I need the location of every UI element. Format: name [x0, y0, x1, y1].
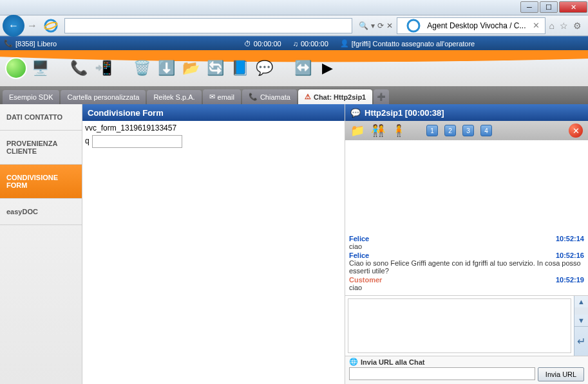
- redial-icon[interactable]: 📲: [91, 57, 115, 80]
- download-icon[interactable]: ⬇️: [155, 57, 178, 80]
- globe-icon: 🌐: [349, 358, 358, 366]
- sidetab-dati-contatto[interactable]: DATI CONTATTO: [0, 104, 82, 131]
- msg-time: 10:52:14: [556, 235, 584, 242]
- form-panel-header: Condivisione Form: [82, 104, 345, 121]
- quick-2-button[interactable]: 2: [444, 125, 456, 136]
- music-icon: ♫: [293, 40, 298, 48]
- trash-icon[interactable]: 🗑️: [130, 57, 153, 80]
- svg-point-2: [408, 20, 419, 32]
- chat-message: Felice10:52:16Ciao io sono Felice Griffi…: [349, 251, 584, 275]
- tab-esempio-sdk[interactable]: Esempio SDK: [3, 90, 59, 104]
- gear-icon[interactable]: ⚙: [573, 21, 582, 31]
- chat-input[interactable]: [348, 298, 571, 353]
- window-minimize-button[interactable]: ─: [520, 1, 538, 13]
- folder-icon[interactable]: 📁: [350, 123, 365, 138]
- sidetab-condivisione-form[interactable]: CONDIVISIONE FORM: [0, 165, 82, 199]
- window-maximize-button[interactable]: ☐: [540, 1, 558, 13]
- quick-4-button[interactable]: 4: [480, 125, 492, 136]
- content-tabs: Esempio SDK Cartella personalizzata Reit…: [0, 86, 588, 104]
- home-icon[interactable]: ⌂: [549, 21, 555, 31]
- tab-close-icon[interactable]: ✕: [533, 21, 540, 30]
- chat-message: Customer10:52:19ciao: [349, 276, 584, 291]
- tab-cartella[interactable]: Cartella personalizzata: [61, 90, 146, 104]
- window-close-button[interactable]: ✕: [559, 1, 587, 13]
- quick-1-button[interactable]: 1: [426, 125, 438, 136]
- sidetab-easydoc[interactable]: easyDOC: [0, 199, 82, 225]
- refresh-icon[interactable]: ⟳: [377, 21, 384, 30]
- stop-icon[interactable]: ✕: [386, 21, 393, 30]
- msg-time: 10:52:19: [556, 276, 584, 284]
- tab-chat[interactable]: ⚠Chat: Http2sip1: [298, 89, 372, 104]
- send-url-button[interactable]: Invia URL: [538, 367, 584, 381]
- address-bar[interactable]: [64, 18, 352, 33]
- cobrowse-icon[interactable]: 🧑‍🤝‍🧑: [371, 123, 385, 138]
- tab-add-button[interactable]: ➕: [374, 89, 389, 104]
- window-titlebar: ─ ☐ ✕: [0, 0, 588, 15]
- field-label: q: [85, 136, 90, 145]
- tab-chiamata[interactable]: 📞Chiamata: [242, 89, 297, 104]
- chat-composer: ▲ ▼ ↵: [345, 295, 588, 356]
- tab-email[interactable]: ✉email: [203, 89, 241, 104]
- tab-title: Agent Desktop Vivocha / C...: [427, 21, 526, 30]
- transfer-icon[interactable]: ↔️: [291, 57, 314, 80]
- user-icon: 👤: [340, 39, 349, 48]
- form-name: vvc_form_1319619133457: [85, 123, 342, 133]
- browser-nav: ← → 🔍▾ ⟳ ✕ Agent Desktop Vivocha / C... …: [0, 15, 588, 36]
- search-icon[interactable]: 🔍: [359, 21, 368, 30]
- composer-scrollbar[interactable]: ▲ ▼ ↵: [574, 296, 588, 356]
- agent-icon[interactable]: 🧍: [392, 123, 406, 138]
- tab-favicon: [406, 19, 421, 33]
- chat-toolbar: 📁 🧑‍🤝‍🧑 🧍 1 2 3 4 ✕: [345, 121, 588, 140]
- search-controls: 🔍▾ ⟳ ✕: [355, 21, 397, 30]
- main-toolbar: 🖥️ 📞 📲 🗑️ ⬇️ 📂 🔄 📘 💬 ↔️ ▶: [0, 50, 588, 86]
- forward-button[interactable]: →: [24, 18, 40, 33]
- send-icon[interactable]: ↵: [574, 326, 588, 356]
- close-chat-button[interactable]: ✕: [569, 123, 583, 138]
- phone-icon: 📞: [4, 39, 13, 48]
- msg-sender: Customer: [349, 276, 382, 284]
- chat-panel-header: 💬 Http2sip1 [00:00:38]: [345, 104, 588, 121]
- quick-3-button[interactable]: 3: [462, 125, 474, 136]
- ie-logo-icon: [44, 19, 58, 33]
- msg-text: ciao: [349, 284, 584, 291]
- form-field-input[interactable]: [92, 135, 182, 148]
- chat-icon: 💬: [350, 108, 361, 118]
- main-content: DATI CONTATTO PROVENIENZA CLIENTE CONDIV…: [0, 104, 588, 384]
- msg-text: ciao: [349, 242, 584, 250]
- browser-tab[interactable]: Agent Desktop Vivocha / C... ✕: [397, 17, 545, 34]
- agent-status: 📞 [8358] Libero: [4, 39, 57, 48]
- status-message: 👤 [fgriffi] Contatto assegnato all'opera…: [340, 39, 475, 48]
- back-button[interactable]: ←: [3, 15, 24, 37]
- call-icon: 📞: [249, 93, 258, 101]
- msg-time: 10:52:16: [556, 251, 584, 259]
- sidetab-provenienza[interactable]: PROVENIENZA CLIENTE: [0, 131, 82, 165]
- chat-log: Felice10:52:14ciaoFelice10:52:16Ciao io …: [345, 140, 588, 295]
- book-icon[interactable]: 📘: [228, 57, 251, 80]
- favorites-icon[interactable]: ☆: [560, 21, 568, 31]
- scroll-down-icon[interactable]: ▼: [574, 315, 588, 326]
- scroll-up-icon[interactable]: ▲: [574, 296, 588, 307]
- url-input[interactable]: [349, 367, 535, 380]
- folders-icon[interactable]: 📂: [179, 57, 202, 80]
- timer-1: ⏱ 00:00:00: [244, 40, 281, 48]
- refresh-icon[interactable]: 🔄: [204, 57, 227, 80]
- status-indicator-icon[interactable]: [5, 57, 27, 79]
- chat-panel: 💬 Http2sip1 [00:00:38] 📁 🧑‍🤝‍🧑 🧍 1 2 3 4…: [345, 104, 588, 384]
- warning-icon: ⚠: [305, 93, 311, 101]
- browser-tools: ⌂ ☆ ⚙: [545, 21, 585, 31]
- msg-sender: Felice: [349, 251, 369, 259]
- msg-sender: Felice: [349, 235, 369, 242]
- play-icon[interactable]: ▶: [316, 57, 339, 80]
- svg-point-0: [45, 20, 57, 32]
- tab-reitek[interactable]: Reitek S.p.A.: [147, 90, 201, 104]
- quote-icon[interactable]: 💬: [252, 57, 276, 80]
- stopwatch-icon: ⏱: [244, 40, 251, 48]
- chat-message: Felice10:52:14ciao: [349, 235, 584, 250]
- email-icon: ✉: [209, 93, 215, 101]
- timer-2: ♫ 00:00:00: [293, 40, 328, 48]
- form-share-panel: Condivisione Form vvc_form_1319619133457…: [82, 104, 345, 384]
- side-nav: DATI CONTATTO PROVENIENZA CLIENTE CONDIV…: [0, 104, 82, 384]
- plus-icon: ➕: [377, 93, 386, 101]
- monitor-icon[interactable]: 🖥️: [28, 57, 52, 80]
- call-icon[interactable]: 📞: [67, 57, 90, 80]
